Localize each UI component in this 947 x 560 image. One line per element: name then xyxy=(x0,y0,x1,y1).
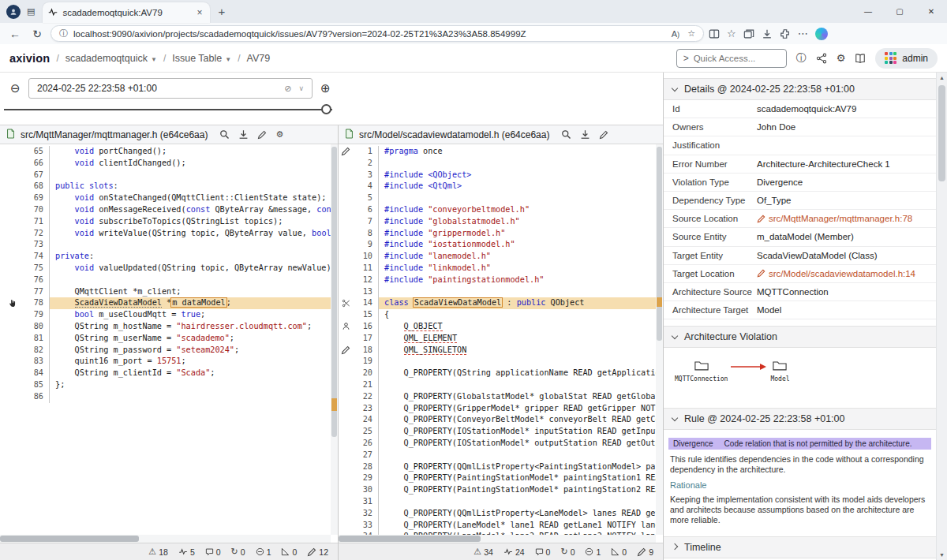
scrollbar-thumb[interactable] xyxy=(331,147,337,437)
code-line-12[interactable]: 12#include "paintingstationmodel.h" xyxy=(339,274,656,286)
search-button[interactable] xyxy=(219,129,230,140)
maximize-button[interactable]: ▢ xyxy=(884,0,915,23)
scrollbar-thumb[interactable] xyxy=(339,536,481,542)
code-line-30[interactable]: 30 Q_PROPERTY(PaintingStationModel* pain… xyxy=(339,484,656,496)
code-line-82[interactable]: 82 QString m_password = "seteam2024"; xyxy=(0,345,331,357)
code-line-78[interactable]: 78 ScadaViewDataModel *m_dataModel; xyxy=(0,297,331,309)
code-line-70[interactable]: 70 void onMessageReceived(const QByteArr… xyxy=(0,204,331,216)
copilot-icon[interactable] xyxy=(815,28,828,40)
documentation-book-icon[interactable] xyxy=(855,53,866,64)
download-button[interactable] xyxy=(238,129,249,140)
code-line-81[interactable]: 81 QString m_userName = "scadademo"; xyxy=(0,333,331,345)
code-line-28[interactable]: 28 Q_PROPERTY(QQmlListProperty<PaintingS… xyxy=(339,461,656,473)
code-line-11[interactable]: 11#include "linkmodel.h" xyxy=(339,263,656,274)
code-line-8[interactable]: 8#include "grippermodel.h" xyxy=(339,228,656,240)
gear-button[interactable]: ⚙ xyxy=(275,129,283,140)
favorite-star-icon[interactable]: ☆ xyxy=(687,28,695,39)
code-line-29[interactable]: 29 Q_PROPERTY(PaintingStationModel* pain… xyxy=(339,472,656,484)
code-line-10[interactable]: 10#include "lanemodel.h" xyxy=(339,251,656,263)
architecture-violation-header[interactable]: Architecture Violation xyxy=(664,326,936,348)
code-line-77[interactable]: 77 QMqttClient *m_client; xyxy=(0,286,331,298)
browser-tab[interactable]: scadademoqtquick:AV79 × xyxy=(43,2,210,23)
clear-icon[interactable]: ⊘ xyxy=(284,84,291,94)
code-line-9[interactable]: 9#include "iostationmodel.h" xyxy=(339,239,656,251)
code-line-65[interactable]: 65 void portChanged(); xyxy=(0,146,331,158)
code-line-32[interactable]: 32 Q_PROPERTY(QQmlListProperty<LaneModel… xyxy=(339,508,656,520)
code-line-79[interactable]: 79 bool m_useCloudMqtt = true; xyxy=(0,309,331,321)
code-line-31[interactable]: 31 xyxy=(339,496,656,508)
breadcrumb-issue-table[interactable]: Issue Table▼ xyxy=(172,53,231,64)
code-line-16[interactable]: 16 Q_OBJECT xyxy=(339,321,656,333)
code-line-25[interactable]: 25 Q_PROPERTY(IOStationModel* inputStati… xyxy=(339,426,656,438)
profile-avatar-icon[interactable] xyxy=(6,5,21,19)
breadcrumb-project[interactable]: scadademoqtquick▼ xyxy=(66,53,157,64)
code-line-85[interactable]: 85}; xyxy=(0,379,331,391)
settings-gear-icon[interactable]: ⚙ xyxy=(837,52,846,64)
rule-section-header[interactable]: Rule @ 2024-02-25 22:23:58 +01:00 xyxy=(664,408,936,430)
zoom-in-icon[interactable]: ⊕ xyxy=(320,81,331,95)
more-menu-icon[interactable]: ⋯ xyxy=(798,28,808,39)
tab-close-icon[interactable]: × xyxy=(194,7,204,18)
code-line-15[interactable]: 15{ xyxy=(339,309,656,321)
code-line-13[interactable]: 13 xyxy=(339,286,656,298)
code-line-71[interactable]: 71 void subscribeToTopics(QStringList to… xyxy=(0,216,331,228)
collections-icon[interactable] xyxy=(743,28,754,39)
extensions-icon[interactable] xyxy=(780,28,791,39)
rationale-link[interactable]: Rationale xyxy=(670,480,930,490)
code-line-14[interactable]: 14class ScadaViewDataModel : public QObj… xyxy=(339,297,656,309)
search-button[interactable] xyxy=(561,129,571,140)
code-line-24[interactable]: 24 Q_PROPERTY(ConveyorBeltModel* conveyo… xyxy=(339,414,656,426)
code-line-6[interactable]: 6#include "conveyorbeltmodel.h" xyxy=(339,204,656,216)
code-line-18[interactable]: 18 QML_SINGLETON xyxy=(339,345,656,357)
scroll-down-icon[interactable]: ▼ xyxy=(937,552,947,558)
site-info-icon[interactable]: ⓘ xyxy=(59,28,68,39)
code-line-2[interactable]: 2 xyxy=(339,158,656,170)
code-line-5[interactable]: 5 xyxy=(339,192,656,204)
info-icon[interactable]: ⓘ xyxy=(796,51,807,65)
location-link[interactable]: src/MqttManager/mqttmanager.h:78 xyxy=(757,214,917,223)
details-section-header[interactable]: Details @ 2024-02-25 22:23:58 +01:00 xyxy=(664,78,936,100)
code-line-19[interactable]: 19 xyxy=(339,356,656,368)
slider-knob[interactable] xyxy=(321,104,331,114)
favorites-icon[interactable]: ☆ xyxy=(727,28,736,39)
minimize-button[interactable]: — xyxy=(852,0,884,23)
code-line-17[interactable]: 17 QML_ELEMENT xyxy=(339,333,656,345)
tab-actions-icon[interactable]: ▤ xyxy=(27,6,35,17)
scrollbar-thumb[interactable] xyxy=(0,536,139,542)
vertical-scrollbar[interactable] xyxy=(331,144,338,535)
horizontal-scrollbar[interactable] xyxy=(339,535,656,543)
code-line-68[interactable]: 68public slots: xyxy=(0,181,331,192)
scroll-up-icon[interactable]: ▲ xyxy=(937,75,947,80)
quick-access-input[interactable] xyxy=(694,54,773,63)
location-link[interactable]: src/Model/scadaviewdatamodel.h:14 xyxy=(757,269,920,278)
horizontal-scrollbar[interactable] xyxy=(0,535,331,543)
code-line-66[interactable]: 66 void clientIdChanged(); xyxy=(0,158,331,170)
back-button[interactable]: ← xyxy=(6,28,24,40)
code-line-1[interactable]: 1#pragma once xyxy=(339,146,656,158)
admin-menu[interactable]: admin xyxy=(875,48,938,69)
code-line-4[interactable]: 4#include <QtQml> xyxy=(339,181,656,192)
code-line-86[interactable]: 86 xyxy=(0,391,331,403)
code-line-22[interactable]: 22 Q_PROPERTY(GlobalstatModel* globalSta… xyxy=(339,391,656,403)
address-bar[interactable]: ⓘ localhost:9090/axivion/projects/scadad… xyxy=(51,25,704,42)
page-scrollbar[interactable]: ▲ ▼ xyxy=(936,73,947,560)
share-icon[interactable] xyxy=(816,53,827,64)
code-line-67[interactable]: 67 xyxy=(0,170,331,181)
code-line-20[interactable]: 20 Q_PROPERTY(QString applicationName RE… xyxy=(339,368,656,379)
code-line-72[interactable]: 72 void writeValue(QString topic, QByteA… xyxy=(0,228,331,240)
scrollbar-thumb[interactable] xyxy=(657,147,662,341)
refresh-button[interactable]: ↻ xyxy=(28,28,46,40)
code-line-80[interactable]: 80 QString m_hostName = "hairdresser.clo… xyxy=(0,321,331,333)
downloads-icon[interactable] xyxy=(762,28,773,39)
code-line-23[interactable]: 23 Q_PROPERTY(GripperModel* gripper READ… xyxy=(339,403,656,415)
download-button[interactable] xyxy=(580,129,590,140)
code-line-83[interactable]: 83 quint16 m_port = 15751; xyxy=(0,356,331,368)
code-line-84[interactable]: 84 QString m_clientId = "Scada"; xyxy=(0,368,331,379)
code-line-74[interactable]: 74private: xyxy=(0,251,331,263)
code-line-76[interactable]: 76 xyxy=(0,274,331,286)
code-line-7[interactable]: 7#include "globalstatmodel.h" xyxy=(339,216,656,228)
read-aloud-icon[interactable]: A) xyxy=(672,29,679,39)
close-window-button[interactable]: ✕ xyxy=(915,0,947,23)
pencil-button[interactable] xyxy=(257,129,267,140)
timeline-section-header[interactable]: Timeline xyxy=(664,536,936,558)
